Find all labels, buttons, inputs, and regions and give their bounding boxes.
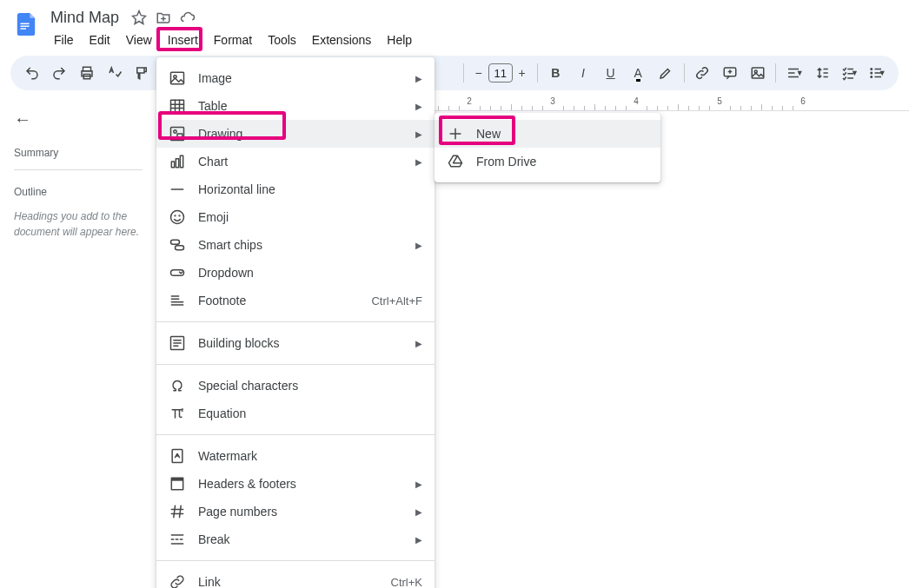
menu-item-building-blocks[interactable]: Building blocks▶ [156, 329, 435, 357]
menu-item-horizontal-line[interactable]: Horizontal line [156, 175, 435, 203]
text-color-button[interactable]: A [625, 60, 651, 86]
outline-sidebar: ← Summary Outline Headings you add to th… [0, 96, 156, 579]
paint-format-button[interactable] [129, 60, 155, 86]
menu-format[interactable]: Format [207, 30, 259, 50]
menu-tools[interactable]: Tools [261, 30, 303, 50]
drawing-icon [169, 125, 186, 142]
submenu-arrow-icon: ▶ [415, 339, 422, 348]
outline-hint: Headings you add to the document will ap… [14, 208, 143, 240]
font-size-increase[interactable]: + [513, 63, 532, 83]
toolbar: − 11 + B I U A ▼ ▼ ▼ [10, 56, 899, 90]
menu-item-label: Equation [198, 406, 422, 420]
summary-label: Summary [14, 147, 143, 159]
bullet-list-button[interactable]: ▼ [864, 60, 890, 86]
chart-icon [169, 153, 186, 170]
menu-item-equation[interactable]: 2Equation [156, 400, 435, 427]
menu-insert[interactable]: Insert [161, 30, 205, 50]
menu-extensions[interactable]: Extensions [305, 30, 378, 50]
drive-icon [447, 153, 464, 170]
svg-rect-7 [752, 68, 764, 78]
align-button[interactable]: ▼ [781, 60, 807, 86]
menu-item-watermark[interactable]: Watermark [156, 442, 435, 470]
menu-item-emoji[interactable]: Emoji [156, 203, 435, 231]
menu-item-image[interactable]: Image▶ [156, 64, 435, 92]
menu-item-link[interactable]: LinkCtrl+K [156, 568, 435, 588]
svg-rect-0 [20, 23, 29, 24]
doc-title[interactable]: Mind Map [47, 7, 123, 29]
menu-edit[interactable]: Edit [83, 30, 117, 50]
menu-item-label: Drawing [198, 127, 403, 141]
font-size-control: − 11 + [469, 63, 532, 83]
menu-item-label: From Drive [476, 155, 648, 168]
undo-button[interactable] [19, 60, 45, 86]
menu-item-label: Dropdown [198, 266, 422, 280]
pi-icon: 2 [169, 405, 186, 422]
menu-item-label: Headers & footers [198, 477, 403, 491]
submenu-arrow-icon: ▶ [415, 507, 422, 517]
svg-rect-31 [171, 478, 182, 480]
menu-file[interactable]: File [47, 30, 81, 50]
menu-item-footnote[interactable]: FootnoteCtrl+Alt+F [156, 287, 435, 314]
back-arrow-icon[interactable]: ← [14, 109, 31, 129]
bold-button[interactable]: B [543, 60, 569, 86]
menu-item-break[interactable]: Break▶ [156, 525, 435, 553]
svg-rect-20 [180, 155, 182, 167]
menu-item-headers-&-footers[interactable]: Headers & footers▶ [156, 470, 435, 498]
underline-button[interactable]: U [598, 60, 624, 86]
submenu-arrow-icon: ▶ [415, 535, 422, 545]
insert-image-button[interactable] [745, 60, 771, 86]
menu-item-label: Special characters [198, 379, 422, 393]
svg-point-9 [871, 69, 873, 70]
break-icon [169, 531, 186, 548]
menu-item-drawing[interactable]: Drawing▶ [156, 120, 435, 148]
line-spacing-button[interactable] [809, 60, 835, 86]
svg-rect-1 [20, 25, 29, 26]
spellcheck-button[interactable] [102, 60, 128, 86]
svg-rect-17 [177, 134, 182, 139]
svg-rect-2 [20, 28, 26, 29]
menu-view[interactable]: View [119, 30, 159, 50]
table-icon [169, 97, 186, 115]
move-icon[interactable] [156, 10, 171, 25]
add-comment-button[interactable] [717, 60, 743, 86]
font-size-decrease[interactable]: − [469, 63, 488, 83]
menu-item-table[interactable]: Table▶ [156, 92, 435, 120]
svg-point-16 [174, 130, 176, 133]
redo-button[interactable] [47, 60, 73, 86]
menu-item-smart-chips[interactable]: Smart chips▶ [156, 231, 435, 259]
menu-item-page-numbers[interactable]: Page numbers▶ [156, 498, 435, 525]
image-icon [169, 69, 186, 87]
menu-item-label: Break [198, 532, 403, 546]
print-button[interactable] [74, 60, 100, 86]
menu-item-dropdown[interactable]: Dropdown [156, 259, 435, 287]
svg-rect-25 [176, 246, 184, 250]
menu-help[interactable]: Help [380, 30, 419, 50]
menu-item-label: Building blocks [198, 336, 403, 350]
menu-item-from-drive[interactable]: From Drive [435, 148, 660, 175]
docs-logo[interactable] [10, 9, 42, 40]
insert-menu-dropdown: Image▶Table▶Drawing▶Chart▶Horizontal lin… [156, 57, 435, 588]
highlight-button[interactable] [653, 60, 679, 86]
omega-icon [169, 377, 186, 394]
menu-item-chart[interactable]: Chart▶ [156, 148, 435, 175]
menu-item-special-characters[interactable]: Special characters [156, 372, 435, 400]
svg-point-21 [171, 211, 184, 224]
svg-point-22 [175, 215, 176, 216]
italic-button[interactable]: I [570, 60, 596, 86]
dropdown-icon [169, 264, 186, 281]
insert-link-button[interactable] [690, 60, 716, 86]
blocks-icon [169, 334, 186, 352]
plus-icon [447, 125, 464, 142]
drawing-submenu-dropdown: NewFrom Drive [435, 113, 660, 182]
svg-point-11 [871, 76, 873, 78]
svg-text:2: 2 [181, 407, 183, 413]
font-size-value[interactable]: 11 [488, 63, 513, 83]
footnote-icon [169, 292, 186, 309]
menu-item-new[interactable]: New [435, 120, 660, 148]
submenu-arrow-icon: ▶ [415, 157, 422, 167]
checklist-button[interactable]: ▼ [837, 60, 863, 86]
cloud-icon[interactable] [180, 10, 196, 25]
shortcut-label: Ctrl+Alt+F [371, 294, 422, 307]
menu-item-label: Smart chips [198, 238, 403, 252]
star-icon[interactable] [131, 10, 147, 25]
